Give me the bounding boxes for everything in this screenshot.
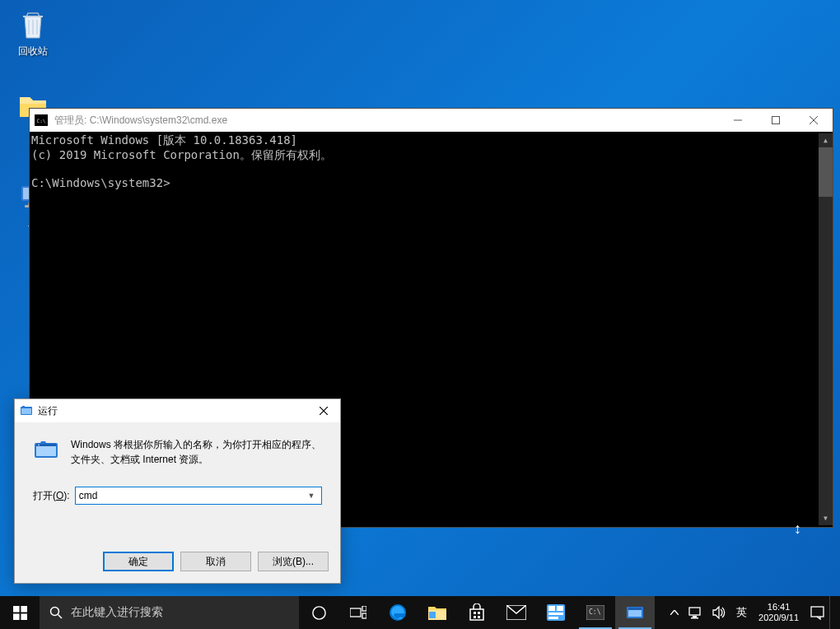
svg-rect-45 — [689, 608, 700, 615]
start-button[interactable] — [0, 596, 40, 629]
svg-rect-30 — [474, 612, 476, 614]
taskbar-app-store[interactable] — [457, 596, 497, 629]
taskbar-app-cmd[interactable]: C:\ — [576, 596, 615, 629]
maximize-button[interactable] — [757, 109, 795, 132]
tray-time: 16:41 — [768, 602, 791, 613]
run-open-label: 打开(O): — [33, 489, 70, 503]
svg-rect-38 — [548, 613, 563, 615]
show-desktop-button[interactable] — [829, 596, 840, 629]
run-titlebar[interactable]: 运行 — [15, 399, 340, 422]
svg-rect-0 — [23, 16, 43, 17]
svg-rect-29 — [429, 612, 436, 618]
run-combobox[interactable]: ▼ — [75, 487, 322, 505]
svg-rect-31 — [478, 612, 480, 614]
desktop-icon-recycle-bin[interactable]: 回收站 — [4, 8, 62, 58]
recycle-bin-icon — [16, 8, 49, 41]
tray-overflow-button[interactable] — [665, 596, 684, 629]
svg-rect-17 — [13, 606, 20, 613]
svg-rect-25 — [362, 606, 366, 611]
svg-text:C:\: C:\ — [589, 608, 601, 616]
svg-point-16 — [38, 445, 40, 446]
run-icon — [20, 404, 33, 417]
tray-ime-indicator[interactable]: 英 — [731, 596, 752, 629]
svg-rect-14 — [36, 446, 56, 456]
svg-rect-20 — [21, 613, 27, 620]
tray-network-icon[interactable] — [684, 596, 707, 629]
svg-line-22 — [58, 615, 63, 619]
cmd-icon — [35, 114, 48, 126]
svg-rect-36 — [548, 606, 555, 611]
run-dialog[interactable]: 运行 Windows 将根据你所输入的名称，为你打开相应的程序、文件夹、文档或 … — [14, 398, 341, 584]
search-icon — [49, 606, 63, 619]
svg-rect-33 — [478, 616, 480, 618]
svg-rect-48 — [811, 607, 824, 617]
tray-notifications-button[interactable] — [805, 596, 829, 629]
taskbar: 在此键入进行搜索 C:\ 英 16:41 20 — [0, 596, 840, 629]
search-placeholder: 在此键入进行搜索 — [71, 605, 163, 620]
cortana-button[interactable] — [299, 596, 338, 629]
svg-rect-37 — [557, 606, 563, 611]
scroll-down-icon[interactable]: ▼ — [819, 511, 833, 525]
desktop-icon-label: 回收站 — [18, 44, 48, 58]
taskbar-app-mail[interactable] — [497, 596, 536, 629]
svg-rect-39 — [548, 617, 558, 619]
run-app-icon — [33, 437, 59, 464]
svg-point-23 — [312, 606, 324, 618]
scroll-up-icon[interactable]: ▲ — [819, 133, 833, 147]
taskbar-app-explorer[interactable] — [418, 596, 457, 629]
tray-volume-icon[interactable] — [707, 596, 731, 629]
svg-point-21 — [51, 608, 59, 616]
svg-rect-6 — [772, 117, 780, 124]
cancel-button[interactable]: 取消 — [180, 552, 251, 571]
svg-rect-44 — [628, 608, 642, 610]
svg-rect-24 — [350, 608, 361, 617]
cmd-window-title: 管理员: C:\Windows\system32\cmd.exe — [54, 114, 719, 128]
taskbar-app-msn[interactable] — [536, 596, 576, 629]
minimize-button[interactable] — [719, 109, 757, 132]
cmd-scrollbar[interactable]: ▲ ▼ — [819, 133, 833, 525]
svg-rect-32 — [474, 616, 476, 618]
taskbar-app-edge[interactable] — [378, 596, 418, 629]
tray-clock[interactable]: 16:41 2020/9/11 — [752, 596, 805, 629]
svg-rect-47 — [691, 617, 698, 619]
svg-rect-18 — [21, 606, 27, 613]
browse-button[interactable]: 浏览(B)... — [258, 552, 329, 571]
task-view-button[interactable] — [338, 596, 378, 629]
svg-rect-10 — [21, 408, 31, 414]
taskbar-app-run[interactable] — [615, 596, 655, 629]
svg-rect-46 — [693, 616, 697, 617]
cmd-titlebar[interactable]: 管理员: C:\Windows\system32\cmd.exe — [30, 109, 833, 132]
svg-rect-26 — [362, 613, 366, 618]
tray-date: 2020/9/11 — [758, 613, 799, 623]
run-dialog-title: 运行 — [38, 404, 307, 418]
scroll-thumb[interactable] — [819, 147, 833, 197]
taskbar-search[interactable]: 在此键入进行搜索 — [40, 596, 299, 629]
run-close-button[interactable] — [307, 399, 340, 422]
run-input[interactable] — [79, 490, 305, 501]
ok-button[interactable]: 确定 — [103, 552, 174, 571]
chevron-down-icon[interactable]: ▼ — [305, 492, 318, 500]
svg-rect-43 — [628, 610, 642, 617]
close-button[interactable] — [795, 109, 833, 132]
svg-rect-19 — [13, 613, 20, 620]
run-description: Windows 将根据你所输入的名称，为你打开相应的程序、文件夹、文档或 Int… — [71, 437, 322, 467]
